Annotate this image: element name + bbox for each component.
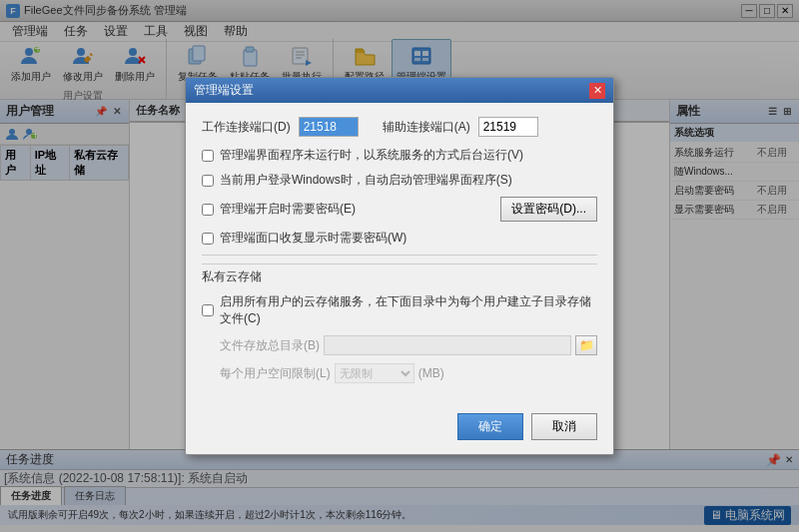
file-browse-button: 📁 [575, 335, 597, 355]
folder-icon: 📁 [579, 338, 594, 352]
ok-button[interactable]: 确定 [457, 413, 523, 440]
cancel-button[interactable]: 取消 [531, 413, 597, 440]
space-limit-row: 每个用户空间限制(L) 无限制 (MB) [202, 363, 597, 383]
modal-title: 管理端设置 [194, 82, 254, 99]
modal-overlay: 管理端设置 ✕ 工作连接端口(D) 辅助连接端口(A) 管理端界面程序未运行时，… [0, 0, 799, 532]
aux-port-label: 辅助连接端口(A) [383, 119, 470, 136]
space-limit-select: 无限制 [335, 363, 414, 383]
space-unit-label: (MB) [418, 366, 444, 380]
set-password-button[interactable]: 设置密码(D)... [500, 197, 597, 222]
aux-port-input[interactable] [478, 117, 538, 137]
checkbox-label-1: 管理端界面程序未运行时，以系统服务的方式后台运行(V) [220, 147, 523, 164]
modal-dialog: 管理端设置 ✕ 工作连接端口(D) 辅助连接端口(A) 管理端界面程序未运行时，… [185, 77, 614, 455]
modal-title-bar: 管理端设置 ✕ [186, 78, 613, 103]
checkbox-open-password[interactable] [202, 204, 214, 216]
checkbox-label-2: 当前用户登录Windows时，自动启动管理端界面程序(S) [220, 172, 512, 189]
checkbox-auto-start[interactable] [202, 175, 214, 187]
port-settings-row: 工作连接端口(D) 辅助连接端口(A) [202, 117, 597, 137]
file-path-input [324, 335, 571, 355]
checkbox-restore-password[interactable] [202, 233, 214, 245]
checkbox-row-2: 当前用户登录Windows时，自动启动管理端界面程序(S) [202, 172, 597, 189]
space-limit-label: 每个用户空间限制(L) [220, 365, 331, 382]
checkbox-row-3: 管理端开启时需要密码(E) [202, 201, 356, 218]
cloud-checkbox-row: 启用所有用户的云存储服务，在下面目录中为每个用户建立子目录存储文件(C) [202, 293, 597, 327]
divider [202, 255, 597, 256]
file-path-row: 文件存放总目录(B) 📁 [202, 335, 597, 355]
modal-body: 工作连接端口(D) 辅助连接端口(A) 管理端界面程序未运行时，以系统服务的方式… [186, 103, 613, 405]
cloud-section-title: 私有云存储 [202, 264, 597, 285]
checkbox-service-mode[interactable] [202, 150, 214, 162]
checkbox-row-1: 管理端界面程序未运行时，以系统服务的方式后台运行(V) [202, 147, 597, 164]
checkbox-row-4: 管理端面口收复显示时需要密码(W) [202, 230, 597, 247]
checkbox-label-3: 管理端开启时需要密码(E) [220, 201, 356, 218]
cloud-enable-checkbox[interactable] [202, 304, 214, 316]
file-path-label: 文件存放总目录(B) [220, 337, 320, 354]
work-port-input[interactable] [299, 117, 359, 137]
modal-close-button[interactable]: ✕ [589, 83, 605, 99]
cloud-checkbox-label: 启用所有用户的云存储服务，在下面目录中为每个用户建立子目录存储文件(C) [220, 293, 597, 327]
modal-footer: 确定 取消 [186, 405, 613, 454]
work-port-label: 工作连接端口(D) [202, 119, 291, 136]
checkbox-label-4: 管理端面口收复显示时需要密码(W) [220, 230, 406, 247]
